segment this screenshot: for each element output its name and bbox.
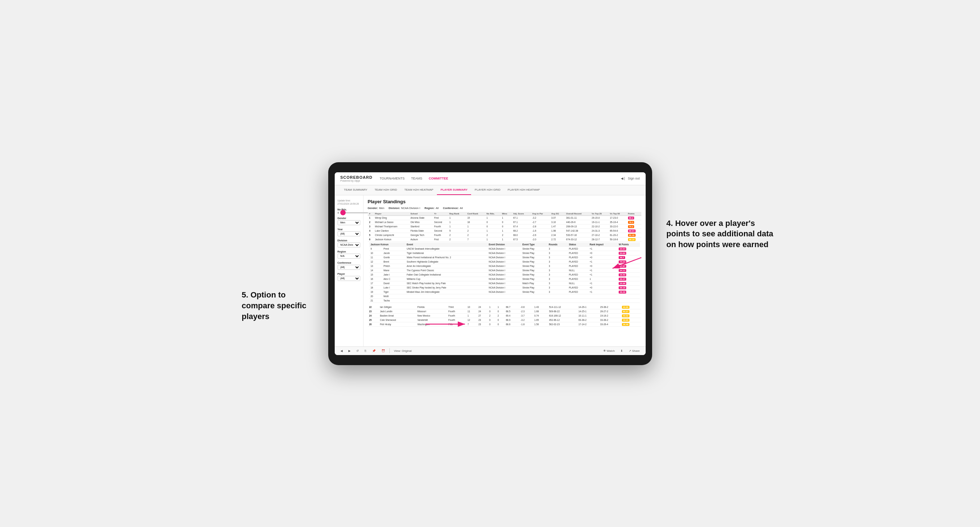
tooltip-col-wpoints: W Points bbox=[617, 243, 640, 247]
logo-powered: Powered by clippi bbox=[340, 179, 372, 182]
nav-teams[interactable]: TEAMS bbox=[411, 176, 422, 181]
tooltip-row: 13 Phitch Amer An Intercollegiate NCAA D… bbox=[369, 264, 640, 268]
nav-links: TOURNAMENTS TEAMS COMMITTEE bbox=[380, 176, 621, 181]
toolbar-pin[interactable]: 📌 bbox=[371, 349, 377, 353]
logo-scoreboard: SCOREBOARD bbox=[340, 175, 372, 179]
nav-back[interactable]: ◀ | bbox=[621, 177, 625, 180]
tooltip-table: Jackson Koivun Event Event Division Even… bbox=[369, 243, 640, 303]
tooltip-col-status: Status bbox=[568, 243, 589, 247]
toolbar-clock[interactable]: ⏰ bbox=[380, 349, 387, 353]
tablet-screen: SCOREBOARD Powered by clippi TOURNAMENTS… bbox=[335, 172, 646, 355]
table-row: 22 Ian Gilligan Florida Third 10 24 1 1 … bbox=[368, 305, 641, 310]
content-panel: Player Standings Gender: Men Division: N… bbox=[363, 195, 646, 346]
sidebar-player: Player (All) bbox=[337, 273, 360, 281]
tooltip-row: 21 Tacha bbox=[369, 298, 640, 303]
tooltip-row: 20 Mottl bbox=[369, 294, 640, 298]
sidebar-region: Region N/A bbox=[337, 250, 360, 259]
tooltip-row: 17 David SEC Match Play hosted by Jerry … bbox=[369, 281, 640, 285]
year-select[interactable]: (All) bbox=[337, 231, 360, 237]
tooltip-row: 10 Jacob Tiger Invitational NCAA Divisio… bbox=[369, 251, 640, 255]
nav-committee[interactable]: COMMITTEE bbox=[429, 176, 448, 181]
panel-title: Player Standings bbox=[368, 199, 641, 204]
toolbar-refresh[interactable]: ↺ bbox=[355, 349, 360, 353]
top-nav: SCOREBOARD Powered by clippi TOURNAMENTS… bbox=[335, 172, 646, 185]
table-header-row: # Player School Yr Reg Rank Conf Rank No… bbox=[368, 212, 641, 216]
table-row: 25 Cole Sherwood Vanderbilt Fourth 12 23… bbox=[368, 317, 641, 322]
subnav-team-summary[interactable]: TEAM SUMMARY bbox=[340, 185, 371, 195]
col-no-rds: No Rds. bbox=[485, 212, 501, 216]
tooltip-row: 16 Alex C Williams Cup NCAA Division I S… bbox=[369, 277, 640, 281]
division-select[interactable]: NCAA Division I bbox=[337, 243, 360, 248]
tooltip-row: 18 Luke I SEC Stroke Play hosted by Jerr… bbox=[369, 285, 640, 290]
tooltip-row: 14 Mane The Cypress Point Classic NCAA D… bbox=[369, 268, 640, 272]
gender-select[interactable]: Men bbox=[337, 220, 360, 225]
sidebar: Update time: 27/01/2024 16:56:26 No Rds.… bbox=[335, 195, 363, 346]
sidebar-update: Update time: 27/01/2024 16:56:26 bbox=[337, 199, 360, 205]
tooltip-col-rank: Rank Impact bbox=[588, 243, 617, 247]
annotation-bottom-left: 5. Option to compare specific players bbox=[242, 290, 314, 322]
toolbar-download[interactable]: ⬇ bbox=[619, 349, 624, 353]
tooltip-row: 19 Tiger Mirabel Maui Jim Intercollegiat… bbox=[369, 290, 640, 294]
standings-table: # Player School Yr Reg Rank Conf Rank No… bbox=[368, 212, 641, 242]
sidebar-no-rds: No Rds. 4 52 bbox=[337, 208, 360, 214]
tooltip-row: 12 Brent Southern Highlands Collegiate N… bbox=[369, 259, 640, 264]
conference-select[interactable]: (All) bbox=[337, 265, 360, 270]
tooltip-col-div: Event Division bbox=[487, 243, 521, 247]
tooltip-col-type: Event Type bbox=[521, 243, 547, 247]
sidebar-gender: Gender Men bbox=[337, 217, 360, 225]
sub-nav: TEAM SUMMARY TEAM H2H GRID TEAM H2H HEAT… bbox=[335, 185, 646, 195]
col-adj-score: Adj. Score bbox=[512, 212, 531, 216]
sidebar-division: Division NCAA Division I bbox=[337, 239, 360, 248]
tooltip-col-event: Event bbox=[405, 243, 487, 247]
subnav-player-h2h-grid[interactable]: PLAYER H2H GRID bbox=[471, 185, 504, 195]
col-record: Overall Record bbox=[565, 212, 590, 216]
col-yr: Yr bbox=[433, 212, 448, 216]
nav-signout[interactable]: Sign out bbox=[628, 177, 640, 180]
tooltip-row: 11 Gontk Wake Forest Invitational at Pin… bbox=[369, 255, 640, 259]
nav-tournaments[interactable]: TOURNAMENTS bbox=[380, 176, 404, 181]
table-row: 5 Christo Lamprecht Georgia Tech Fourth … bbox=[368, 233, 641, 237]
player-select[interactable]: (All) bbox=[337, 276, 360, 281]
tooltip-header-row: Jackson Koivun Event Event Division Even… bbox=[369, 243, 640, 247]
table-row: 23 Jack Lundin Missouri Fourth 11 24 0 0… bbox=[368, 309, 641, 313]
toolbar-forward[interactable]: ▶ bbox=[347, 349, 352, 353]
main-content: Update time: 27/01/2024 16:56:26 No Rds.… bbox=[335, 195, 646, 346]
toolbar-copy[interactable]: ⎘ bbox=[363, 349, 368, 353]
col-school: School bbox=[409, 212, 433, 216]
lower-standings-table: 22 Ian Gilligan Florida Third 10 24 1 1 … bbox=[368, 305, 641, 327]
col-points: Points bbox=[627, 212, 641, 216]
annotation-top-right: 4. Hover over a player's points to see a… bbox=[667, 218, 775, 250]
sidebar-conference: Conference (All) bbox=[337, 262, 360, 270]
tooltip-name-header: Jackson Koivun Event Event Division Even… bbox=[368, 242, 641, 303]
col-vs25: Vs Top 25 bbox=[590, 212, 608, 216]
col-player: Player bbox=[374, 212, 409, 216]
subnav-player-summary[interactable]: PLAYER SUMMARY bbox=[437, 185, 471, 195]
col-conf-rank: Conf Rank bbox=[466, 212, 485, 216]
table-row: 3 Michael Thorbjornsen Stanford Fourth 1… bbox=[368, 224, 641, 229]
col-wins: Wins bbox=[501, 212, 512, 216]
toolbar-view[interactable]: View: Original bbox=[393, 349, 413, 353]
table-row: 24 Bastien Amat New Mexico Fourth 1 27 2… bbox=[368, 313, 641, 317]
col-avg-sg: Avg SG bbox=[550, 212, 565, 216]
table-row: 1 Wenyi Ding Arizona State First 1 15 1 … bbox=[368, 216, 641, 220]
sidebar-year: Year (All) bbox=[337, 228, 360, 237]
col-to-par: Avg to Par bbox=[531, 212, 550, 216]
filter-row: Gender: Men Division: NCAA Division I Re… bbox=[368, 206, 641, 210]
toolbar-back[interactable]: ◀ bbox=[339, 349, 344, 353]
logo-area: SCOREBOARD Powered by clippi bbox=[340, 175, 372, 182]
tablet-frame: SCOREBOARD Powered by clippi TOURNAMENTS… bbox=[328, 162, 652, 365]
subnav-team-h2h-grid[interactable]: TEAM H2H GRID bbox=[371, 185, 401, 195]
col-reg-rank: Reg Rank bbox=[448, 212, 466, 216]
col-vs50: Vs Top 50 bbox=[608, 212, 626, 216]
subnav-team-h2h-heatmap[interactable]: TEAM H2H HEATMAP bbox=[401, 185, 437, 195]
tooltip-row: 9 Prest UNCW Seahawk Intercollegiate NCA… bbox=[369, 246, 640, 251]
tooltip-col-rounds: Rounds bbox=[547, 243, 568, 247]
table-row: 26 Petr Hruby Washington Fifth 7 23 0 0 … bbox=[368, 322, 641, 326]
toolbar-share[interactable]: ↗ Share bbox=[627, 349, 641, 353]
col-rank: # bbox=[368, 212, 374, 216]
tooltip-row: 15 Jake I Fallen Oak Collegiate Invitati… bbox=[369, 272, 640, 277]
subnav-player-h2h-heatmap[interactable]: PLAYER H2H HEATMAP bbox=[504, 185, 544, 195]
table-row: 2 Michael La Sasso Ole Miss Second 1 18 … bbox=[368, 220, 641, 224]
region-select[interactable]: N/A bbox=[337, 254, 360, 259]
toolbar-watch[interactable]: 👁 Watch bbox=[602, 349, 616, 353]
